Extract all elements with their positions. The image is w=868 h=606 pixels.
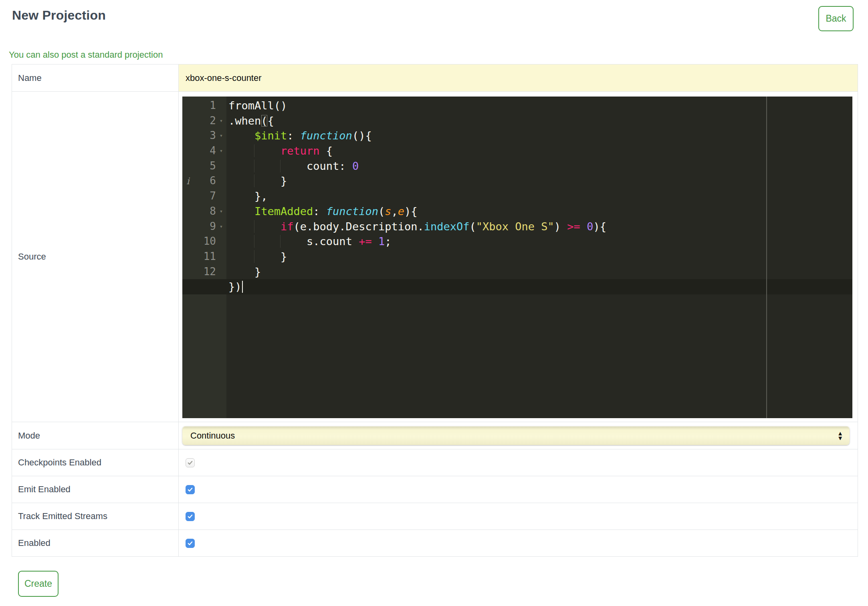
gutter-line-9: 9▾ — [182, 219, 226, 234]
checkpoints-row: Checkpoints Enabled — [12, 449, 858, 476]
line-number: 9 — [194, 219, 216, 234]
code-line-9: if(e.body.Description.indexOf("Xbox One … — [226, 219, 852, 234]
gutter-line-7: 7 — [182, 189, 226, 204]
mode-row: Mode Continuous ▲▼ — [12, 422, 858, 449]
fold-arrow-icon[interactable]: ▾ — [216, 113, 226, 129]
gutter-line-6: i6 — [182, 173, 226, 189]
text-cursor — [242, 281, 243, 293]
code-line-1: fromAll() — [226, 98, 852, 113]
print-margin-line — [766, 97, 767, 418]
code-line-8: ItemAdded: function(s,e){ — [226, 204, 852, 219]
track-label: Track Emitted Streams — [12, 503, 179, 529]
gutter-line-3: 3▾ — [182, 128, 226, 143]
code-line-4: return { — [226, 143, 852, 159]
line-number: 8 — [194, 204, 216, 219]
gutter-line-12: 12 — [182, 264, 226, 280]
fold-arrow-icon[interactable]: ▾ — [216, 204, 226, 219]
fold-arrow-icon[interactable]: ▾ — [216, 219, 226, 234]
name-label: Name — [12, 64, 179, 91]
line-number: 6 — [194, 173, 216, 189]
source-label: Source — [12, 92, 179, 422]
line-number: 3 — [194, 128, 216, 143]
track-emitted-streams-checkbox[interactable] — [186, 512, 195, 521]
check-icon — [187, 513, 194, 520]
enabled-checkbox[interactable] — [186, 539, 195, 548]
enabled-row: Enabled — [12, 530, 858, 557]
line-number: 2 — [194, 113, 216, 129]
check-icon — [187, 486, 194, 493]
enabled-label: Enabled — [12, 530, 179, 556]
emit-label: Emit Enabled — [12, 476, 179, 503]
line-number: 1 — [194, 98, 216, 113]
code-line-11: } — [226, 249, 852, 264]
line-number: 7 — [194, 189, 216, 204]
gutter-line-4: 4▾ — [182, 143, 226, 159]
emit-row: Emit Enabled — [12, 476, 858, 503]
code-line-6: } — [226, 173, 852, 189]
checkpoints-checkbox — [186, 458, 195, 467]
emit-checkbox[interactable] — [186, 485, 195, 494]
code-line-3: $init: function(){ — [226, 128, 852, 143]
line-number: 5 — [194, 159, 216, 174]
annotation-info-icon: i — [182, 177, 194, 186]
gutter-line-1: 1 — [182, 98, 226, 113]
source-row: Source 12▾3▾4▾5i678▾9▾101112i13 fromAll(… — [12, 92, 858, 422]
projection-form-table: Name xbox-one-s-counter Source 12▾3▾4▾5i… — [12, 64, 858, 557]
mode-select[interactable]: Continuous ▲▼ — [182, 426, 850, 445]
fold-arrow-icon[interactable]: ▾ — [216, 143, 226, 159]
code-line-2: .when({ — [226, 113, 852, 129]
code-line-10: s.count += 1; — [226, 234, 852, 249]
editor-gutter: 12▾3▾4▾5i678▾9▾101112i13 — [182, 97, 226, 418]
fold-arrow-icon[interactable]: ▾ — [216, 128, 226, 143]
track-row: Track Emitted Streams — [12, 503, 858, 530]
gutter-line-11: 11 — [182, 249, 226, 264]
source-editor[interactable]: 12▾3▾4▾5i678▾9▾101112i13 fromAll().when(… — [182, 97, 852, 418]
gutter-line-2: 2▾ — [182, 113, 226, 129]
gutter-line-5: 5 — [182, 159, 226, 174]
source-code-editor[interactable]: fromAll().when({ $init: function(){ retu… — [226, 97, 852, 418]
gutter-line-10: 10 — [182, 234, 226, 249]
check-icon — [187, 540, 194, 547]
gutter-line-8: 8▾ — [182, 204, 226, 219]
mode-select-value: Continuous — [190, 431, 235, 441]
checkpoints-label: Checkpoints Enabled — [12, 449, 179, 476]
page-title: New Projection — [12, 8, 106, 23]
mode-label: Mode — [12, 422, 179, 449]
name-input[interactable]: xbox-one-s-counter — [179, 64, 858, 91]
back-button[interactable]: Back — [818, 6, 854, 31]
create-button[interactable]: Create — [18, 571, 59, 597]
check-icon — [187, 459, 194, 466]
line-number: 12 — [194, 264, 216, 280]
line-number: 10 — [194, 234, 216, 249]
standard-projection-link[interactable]: You can also post a standard projection — [9, 50, 163, 60]
code-line-13: }) — [182, 279, 852, 294]
code-line-12: } — [226, 264, 852, 280]
line-number: 4 — [194, 143, 216, 159]
name-row: Name xbox-one-s-counter — [12, 64, 858, 92]
code-line-5: count: 0 — [226, 159, 852, 174]
select-arrows-icon: ▲▼ — [837, 431, 843, 441]
code-line-7: }, — [226, 189, 852, 204]
source-cell: 12▾3▾4▾5i678▾9▾101112i13 fromAll().when(… — [179, 92, 858, 422]
line-number: 11 — [194, 249, 216, 264]
